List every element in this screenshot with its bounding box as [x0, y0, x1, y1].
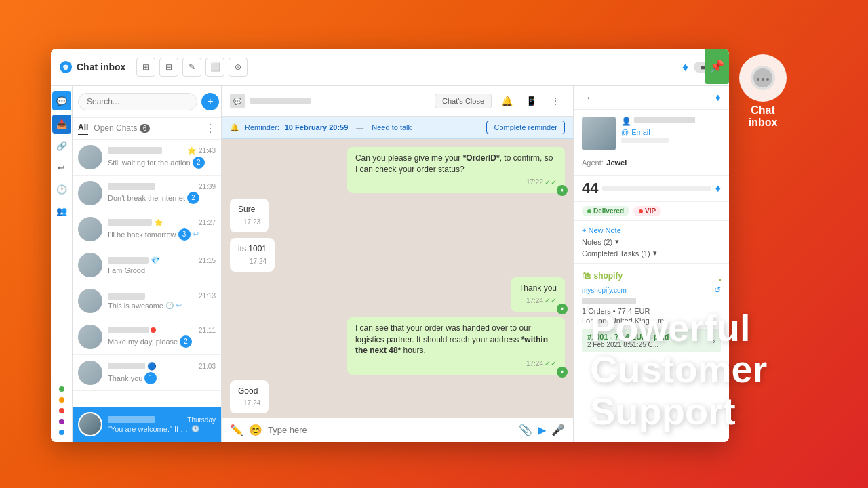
unread-badge: 1: [144, 372, 157, 384]
chat-header-icon: 💬: [230, 94, 245, 108]
table-icon[interactable]: ⊟: [159, 58, 178, 77]
grid-icon[interactable]: ⊞: [136, 58, 155, 77]
notes-accordion[interactable]: Notes (2) ▾: [582, 237, 721, 246]
add-note-btn[interactable]: + New Note: [582, 226, 721, 235]
chat-item[interactable]: ⭐ 21:43 Still waiting for the action 2: [73, 140, 221, 176]
diamond-icon: ♦: [682, 60, 688, 75]
shopify-domain[interactable]: myshopify.com: [582, 287, 627, 294]
chat-preview: Make my day, please: [108, 338, 178, 346]
filter-more-btn[interactable]: ⋮: [205, 122, 216, 135]
active-chat-preview: "You are welcome." If there's an...: [108, 425, 189, 433]
back-arrow-icon[interactable]: →: [582, 92, 591, 103]
refresh-shopify-icon[interactable]: ↺: [714, 285, 721, 295]
stat-number: 44: [582, 180, 598, 197]
chat-item[interactable]: 21:11 Make my day, please 2: [73, 319, 221, 355]
attach-icon[interactable]: 📎: [519, 424, 532, 436]
bell-action-icon[interactable]: 🔔: [497, 92, 516, 110]
search-input[interactable]: [78, 93, 197, 110]
message-time: 17:24: [243, 399, 260, 408]
message-time: 17:22: [526, 178, 543, 187]
chat-name-row: 21:11: [108, 327, 216, 334]
shopify-orders: 1 Orders • 77.4 EUR –: [582, 307, 721, 315]
message-input[interactable]: [268, 425, 513, 435]
chat-info: ⭐ 21:43 Still waiting for the action 2: [108, 146, 216, 169]
sidebar-users-icon[interactable]: 👥: [52, 201, 71, 220]
sidebar-clock-icon[interactable]: 🕐: [52, 180, 71, 199]
shopify-divider: [719, 270, 721, 281]
complete-reminder-btn[interactable]: Complete reminder: [486, 121, 565, 134]
chat-name-row: ⭐ 21:43: [108, 146, 216, 155]
chat-item[interactable]: 🔵 21:03 Thank you 1: [73, 355, 221, 391]
whatsapp-icon[interactable]: 📱: [521, 92, 540, 110]
chat-list-panel: + All Open Chats 6 ⋮: [73, 86, 222, 442]
status-dot-blue: [59, 430, 64, 435]
close-chat-btn[interactable]: Chat's Close: [435, 94, 492, 108]
chat-preview: I am Grood: [108, 266, 145, 274]
chat-item[interactable]: ⭐ 21:27 I'll be back tomorrow 3 ↩: [73, 211, 221, 247]
chat-item[interactable]: 21:13 This is awesome 🕐 ↩: [73, 283, 221, 319]
reply-icon: ↩: [176, 301, 182, 310]
edit-icon[interactable]: ✎: [182, 58, 201, 77]
filter-open-tab[interactable]: Open Chats 6: [94, 123, 150, 134]
image-icon[interactable]: ⬜: [205, 58, 224, 77]
toolbar-icons: ⊞ ⊟ ✎ ⬜ ⊙: [136, 58, 248, 77]
reminder-date: 10 February 20:59: [285, 123, 349, 131]
delivered-tag: Delivered: [582, 206, 629, 216]
chat-preview: Don't break the internet: [108, 194, 185, 202]
sidebar-inbox-icon[interactable]: 📥: [52, 115, 71, 134]
reminder-separator: —: [356, 123, 363, 131]
chat-info: ⭐ 21:27 I'll be back tomorrow 3 ↩: [108, 218, 216, 241]
message-bubble: I can see that your order was handed ove…: [347, 317, 565, 375]
sidebar-chat-icon[interactable]: 💬: [52, 92, 71, 110]
avatar: [78, 361, 102, 385]
chat-info: 🔵 21:03 Thank you 1: [108, 362, 216, 384]
send-icon[interactable]: ▶: [538, 424, 546, 436]
avatar: [78, 145, 102, 169]
sidebar-refresh-icon[interactable]: ↩: [52, 158, 71, 177]
search-bar: +: [73, 86, 221, 118]
chat-time: 21:15: [199, 257, 216, 264]
order-chevron-icon[interactable]: ›: [713, 337, 715, 345]
customer-avatar-row: 👤 @ Email: [582, 117, 721, 150]
tags-row: Delivered VIP: [574, 202, 729, 221]
message-bubble: Sure 17:23: [230, 199, 269, 232]
agent-icon: ♦: [557, 367, 568, 378]
chat-name-row: 💎 21:15: [108, 256, 216, 265]
chat-inbox-logo: Chatinbox: [739, 54, 787, 129]
app-window: Chat inbox ⊞ ⊟ ✎ ⬜ ⊙ ♦ ■■■ 📌 💬 📥 🔗 ↩ 🕐 👥: [51, 49, 729, 442]
compose-icon[interactable]: ✏️: [230, 424, 243, 436]
chat-item[interactable]: 💎 21:15 I am Grood: [73, 247, 221, 283]
avatar: [78, 217, 102, 241]
message-footer: 17:22 ✓✓: [355, 178, 557, 188]
customer-email-row: @ Email: [621, 128, 721, 136]
mic-icon[interactable]: 🎤: [551, 424, 565, 436]
filter-all-tab[interactable]: All: [78, 123, 88, 135]
avatar: [78, 253, 102, 277]
message-footer: 17:24 ✓✓: [355, 359, 557, 369]
shopify-order-item[interactable]: #1001 - 77.4 EUR - paid 2 Feb 2021 8:51:…: [582, 329, 721, 352]
active-avatar: [78, 412, 102, 436]
avatar: [78, 181, 102, 205]
chat-items-list: ⭐ 21:43 Still waiting for the action 2: [73, 140, 221, 407]
chat-name-row: Thursday: [108, 416, 216, 424]
check-icon: ✓✓: [545, 359, 557, 369]
agent-row: Agent: Jewel: [582, 156, 721, 168]
sidebar-link-icon[interactable]: 🔗: [52, 136, 71, 155]
chat-item[interactable]: 21:39 Don't break the internet 2: [73, 176, 221, 211]
completed-tasks-btn[interactable]: Completed Tasks (1) ▾: [582, 249, 721, 258]
right-panel: → ♦ 👤 @ Email: [573, 86, 729, 442]
reminder-bell-icon: 🔔: [230, 123, 239, 132]
active-chat-item[interactable]: Thursday "You are welcome." If there's a…: [73, 407, 221, 442]
more-actions-icon[interactable]: ⋮: [546, 92, 565, 110]
app-title: Chat inbox: [77, 62, 125, 73]
settings-icon[interactable]: ⊙: [229, 58, 248, 77]
check-icon: ✓✓: [545, 178, 557, 188]
dropdown-icon: ▾: [615, 237, 619, 246]
ci-logo-icon: [739, 54, 787, 102]
svg-point-5: [766, 78, 769, 81]
agent-icon: ♦: [557, 185, 568, 196]
pin-icon: 📌: [705, 49, 729, 84]
add-chat-btn[interactable]: +: [201, 93, 219, 110]
green-dot: [587, 209, 591, 214]
emoji-icon[interactable]: 😊: [249, 424, 262, 436]
